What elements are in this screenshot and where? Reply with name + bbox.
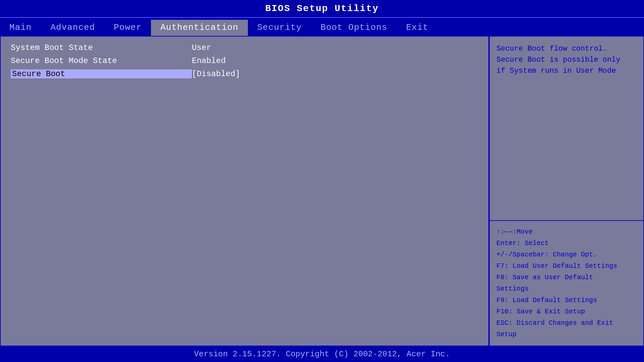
help-line-3: if System runs in User Mode	[496, 65, 637, 76]
app-title: BIOS Setup Utility	[265, 3, 379, 14]
right-panel: Secure Boot flow control. Secure Boot is…	[489, 37, 643, 346]
help-text: Secure Boot flow control. Secure Boot is…	[490, 37, 643, 221]
key-move: ↑↓←→:Move	[496, 226, 637, 238]
key-f10: F10: Save & Exit Setup	[496, 306, 637, 317]
setting-label-secure-boot: Secure Boot	[11, 69, 192, 78]
help-line-2: Secure Boot is possible only	[496, 54, 637, 65]
menu-item-boot-options[interactable]: Boot Options	[311, 20, 397, 36]
setting-row-secure-boot-mode-state[interactable]: Secure Boot Mode State Enabled	[11, 56, 478, 65]
setting-label-secure-boot-mode-state: Secure Boot Mode State	[11, 56, 192, 65]
setting-row-secure-boot[interactable]: Secure Boot [Disabled]	[11, 69, 478, 78]
menu-bar: Main Advanced Power Authentication Secur…	[0, 17, 644, 36]
key-enter: Enter: Select	[496, 238, 637, 249]
left-panel: System Boot State User Secure Boot Mode …	[1, 37, 489, 346]
setting-value-secure-boot-mode-state: Enabled	[192, 56, 226, 65]
setting-label-system-boot-state: System Boot State	[11, 43, 192, 52]
menu-item-exit[interactable]: Exit	[397, 20, 438, 36]
menu-item-authentication[interactable]: Authentication	[151, 20, 248, 36]
menu-item-power[interactable]: Power	[104, 20, 151, 36]
footer: Version 2.15.1227. Copyright (C) 2002-20…	[0, 346, 644, 362]
menu-item-security[interactable]: Security	[248, 20, 311, 36]
key-change: +/-/Spacebar: Change Opt.	[496, 249, 637, 260]
key-f8-line2: Settings	[496, 283, 637, 295]
title-bar: BIOS Setup Utility	[0, 0, 644, 17]
key-esc: ESC: Discard Changes and Exit	[496, 317, 637, 329]
key-f8-line1: F8: Save as User Default	[496, 272, 637, 283]
main-content: System Boot State User Secure Boot Mode …	[0, 36, 644, 346]
key-f7: F7: Load User Default Settings	[496, 260, 637, 272]
menu-item-main[interactable]: Main	[0, 20, 41, 36]
key-esc-line2: Setup	[496, 329, 637, 340]
setting-value-secure-boot: [Disabled]	[192, 69, 240, 78]
key-help: ↑↓←→:Move Enter: Select +/-/Spacebar: Ch…	[490, 221, 643, 346]
setting-value-system-boot-state: User	[192, 43, 211, 52]
key-f9: F9: Load Default Settings	[496, 295, 637, 306]
menu-item-advanced[interactable]: Advanced	[41, 20, 104, 36]
setting-row-system-boot-state[interactable]: System Boot State User	[11, 43, 478, 52]
help-line-1: Secure Boot flow control.	[496, 43, 637, 54]
footer-text: Version 2.15.1227. Copyright (C) 2002-20…	[194, 350, 450, 359]
